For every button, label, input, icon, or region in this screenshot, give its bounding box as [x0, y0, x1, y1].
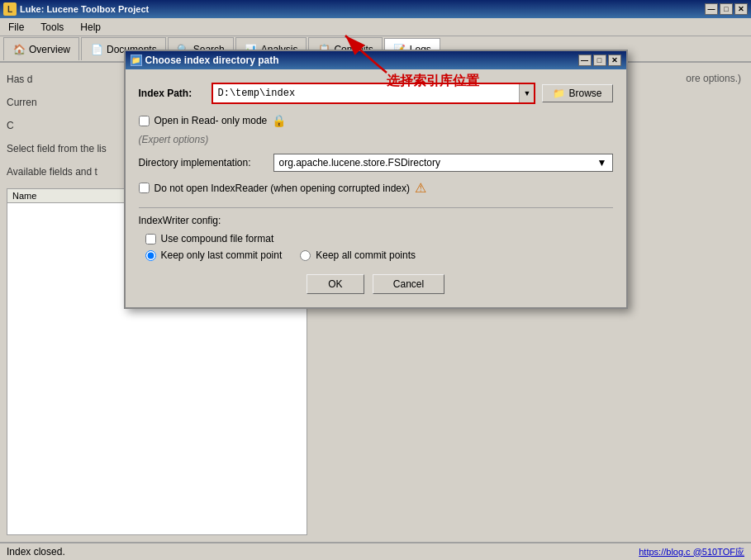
compound-format-row: Use compound file format	[139, 233, 613, 244]
dir-impl-label: Directory implementation:	[139, 157, 267, 168]
index-path-label: Index Path:	[139, 88, 205, 99]
dialog-icon: 📁	[131, 55, 142, 66]
ok-button[interactable]: OK	[307, 274, 364, 294]
keep-last-radio[interactable]	[145, 250, 156, 261]
commit-point-row: Keep only last commit point Keep all com…	[139, 249, 613, 261]
browse-icon: 📁	[553, 88, 565, 99]
dir-impl-select[interactable]: org.apache.lucene.store.FSDirectory ▼	[273, 154, 613, 172]
expert-options-label: (Expert options)	[139, 134, 613, 145]
dialog-overlay: 📁 Choose index directory path — □ ✕ Inde…	[0, 0, 751, 560]
index-path-input-container[interactable]: ▼	[212, 83, 536, 104]
keep-last-label: Keep only last commit point	[161, 249, 283, 261]
dialog-title-bar: 📁 Choose index directory path — □ ✕	[126, 51, 626, 69]
index-path-input[interactable]	[213, 85, 520, 102]
expert-options-section: (Expert options) Directory implementatio…	[139, 134, 613, 196]
path-dropdown-btn[interactable]: ▼	[519, 84, 534, 102]
open-readonly-checkbox[interactable]	[139, 116, 150, 126]
open-readonly-row: Open in Read- only mode 🔒	[139, 114, 613, 127]
indexwriter-config-section: IndexWriter config: Use compound file fo…	[139, 215, 613, 261]
dialog-close-btn[interactable]: ✕	[608, 55, 621, 66]
browse-button[interactable]: 📁 Browse	[542, 84, 612, 102]
dialog-restore-btn[interactable]: □	[593, 55, 606, 66]
dialog-body: Index Path: ▼ 📁 Browse	[126, 69, 626, 307]
dialog-title-left: 📁 Choose index directory path	[131, 55, 279, 66]
dialog-controls[interactable]: — □ ✕	[578, 55, 621, 66]
compound-checkbox[interactable]	[145, 234, 156, 244]
cancel-button[interactable]: Cancel	[373, 274, 444, 294]
open-reader-row: Do not open IndexReader (when opening co…	[139, 180, 613, 196]
warning-icon: ⚠	[415, 180, 426, 196]
no-open-indexreader-checkbox[interactable]	[139, 183, 150, 193]
index-path-row: Index Path: ▼ 📁 Browse	[139, 83, 613, 104]
lock-icon: 🔒	[272, 114, 286, 127]
keep-all-radio[interactable]	[300, 250, 311, 261]
choose-index-dialog: 📁 Choose index directory path — □ ✕ Inde…	[124, 50, 628, 309]
browse-label: Browse	[568, 88, 601, 99]
dir-impl-dropdown-icon: ▼	[597, 157, 607, 168]
indexwriter-label: IndexWriter config:	[139, 215, 613, 226]
dialog-divider	[139, 207, 613, 208]
keep-all-label: Keep all commit points	[316, 249, 416, 261]
open-readonly-label: Open in Read- only mode	[154, 115, 268, 126]
compound-label: Use compound file format	[161, 233, 274, 244]
dialog-minimize-btn[interactable]: —	[578, 55, 592, 66]
dialog-buttons: OK Cancel	[139, 274, 613, 294]
no-open-label: Do not open IndexReader (when opening co…	[154, 183, 411, 194]
dialog-title-text: Choose index directory path	[145, 55, 279, 66]
dir-impl-row: Directory implementation: org.apache.luc…	[139, 154, 613, 172]
dir-impl-value: org.apache.lucene.store.FSDirectory	[279, 157, 440, 168]
